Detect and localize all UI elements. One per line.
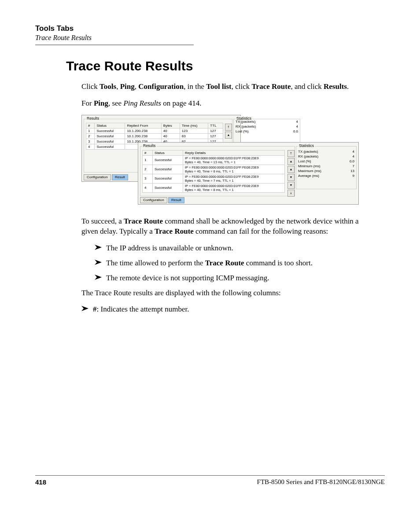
col-num: # — [86, 123, 95, 128]
bullet-text: #: Indicates the attempt number. — [93, 304, 367, 315]
bold-config: Configuration — [138, 82, 184, 91]
text: , see — [108, 99, 123, 107]
text: , — [135, 82, 139, 91]
bold-ping: Ping — [120, 82, 135, 91]
table-row: 1SuccessfulIP = FE80:0000:0000:0000:0203… — [143, 155, 285, 165]
tab-configuration[interactable]: Configuration — [140, 197, 167, 203]
results-group: Results # Status Reply Details 1Successf… — [140, 146, 295, 196]
footer-line: 418 FTB-8500 Series and FTB-8120NGE/8130… — [35, 478, 385, 486]
bullet-text: The IP address is unavailable or unknown… — [106, 243, 367, 253]
svg-marker-3 — [81, 306, 88, 311]
bold-hash: # — [93, 305, 97, 313]
stat-row: Minimum (ms)7 — [296, 164, 356, 169]
table-header-row: # Status Reply Details — [143, 150, 285, 155]
bullet-item: The time allowed to perform the Trace Ro… — [95, 258, 367, 268]
pointer-icon — [95, 275, 102, 280]
pointer-icon — [81, 306, 88, 311]
bold-traceroute: Trace Route — [205, 259, 244, 267]
table-row: 1Successful10.1.200.23840123127 — [86, 128, 223, 133]
paragraph-columns: The Trace Route results are displayed wi… — [81, 288, 367, 298]
group-title: Results — [142, 143, 156, 148]
italic-pingresults: Ping Results — [123, 99, 161, 107]
text: on page 414. — [161, 99, 202, 107]
text: , and click — [291, 82, 324, 91]
scroll-up2-icon[interactable]: ▲ — [287, 166, 295, 173]
scroll-top-icon[interactable]: ⤒ — [287, 150, 295, 157]
bold-traceroute: Trace Route — [155, 227, 194, 235]
svg-marker-2 — [95, 275, 102, 280]
scroll-bottom-icon[interactable]: ⤓ — [287, 190, 295, 197]
pointer-icon — [95, 245, 102, 250]
bold-tools: Tools — [99, 82, 116, 91]
table-header-row: # Status Replied From Bytes Time (ms) TT… — [86, 123, 223, 128]
bullet-text: The time allowed to perform the Trace Ro… — [106, 258, 367, 268]
tab-result[interactable]: Result — [112, 174, 128, 180]
table-row: 3SuccessfulIP = FE80:0000:0000:0000:0203… — [143, 174, 285, 183]
stat-row: RX (packets)4 — [296, 154, 356, 159]
header-rule — [35, 44, 194, 45]
scroll-top-icon[interactable]: ⤒ — [225, 124, 232, 131]
bold-results: Results — [324, 82, 347, 91]
text: , in the — [184, 82, 206, 91]
results-table-ipv6: # Status Reply Details 1SuccessfulIP = F… — [142, 150, 285, 193]
text: Click — [81, 82, 99, 91]
scroll-buttons: ⤒ ▲ ▲ ▼ ▼ ⤓ — [287, 150, 294, 198]
col-ttl: TTL — [208, 123, 223, 128]
section-heading: Trace Route Results — [66, 59, 385, 73]
stats-title: Statistics — [298, 143, 315, 148]
table-row: 4SuccessfulIP = FE80:0000:0000:0000:0203… — [143, 183, 285, 192]
header-title: Tools Tabs — [35, 24, 385, 33]
scroll-buttons: ⤒ ▲ — [225, 124, 231, 139]
product-name: FTB-8500 Series and FTB-8120NGE/8130NGE — [257, 478, 385, 486]
intro-paragraph: Click Tools, Ping, Configuration, in the… — [81, 81, 367, 109]
col-num: # — [143, 150, 153, 155]
bold-traceroute: Trace Route — [252, 82, 291, 91]
bullet-item: #: Indicates the attempt number. — [81, 304, 367, 315]
text: command can fail for the following reaso… — [194, 227, 328, 235]
stats-group: Statistics TX (packets)4 RX (packets)4 L… — [233, 119, 300, 143]
col-replied: Replied From — [125, 123, 161, 128]
scroll-down-icon[interactable]: ▼ — [287, 174, 295, 181]
text: The Trace Route results are displayed wi… — [81, 288, 367, 298]
bullet-text: The remote device is not supporting ICMP… — [106, 273, 367, 283]
screenshot-area: Results # Status Replied From Bytes Time… — [81, 115, 385, 207]
col-bytes: Bytes — [161, 123, 180, 128]
results-panel-ipv6: Results # Status Reply Details 1Successf… — [138, 142, 359, 205]
bold-ping2: Ping — [94, 99, 108, 107]
scroll-up-icon[interactable]: ▲ — [287, 158, 295, 165]
col-reply: Reply Details — [183, 150, 285, 155]
text: , — [116, 82, 120, 91]
scroll-up-icon[interactable]: ▲ — [225, 132, 232, 139]
stat-row: RX (packets)4 — [234, 124, 300, 129]
page-header: Tools Tabs Trace Route Results — [35, 24, 385, 42]
bullet-item: The remote device is not supporting ICMP… — [95, 273, 367, 283]
stat-row: Average (ms)9 — [296, 173, 356, 178]
paragraph-succeed: To succeed, a Trace Route command shall … — [81, 216, 367, 237]
col-status: Status — [95, 123, 125, 128]
col-status: Status — [153, 150, 183, 155]
stat-row: TX (packets)4 — [296, 149, 356, 154]
scroll-down2-icon[interactable]: ▼ — [287, 182, 295, 189]
page: Tools Tabs Trace Route Results Trace Rou… — [0, 0, 420, 510]
bullet-list-reasons: The IP address is unavailable or unknown… — [95, 243, 367, 283]
tab-result[interactable]: Result — [168, 197, 184, 203]
bullet-list-columns: #: Indicates the attempt number. — [81, 304, 367, 315]
page-number: 418 — [35, 478, 46, 486]
header-subtitle: Trace Route Results — [35, 34, 385, 42]
tab-configuration[interactable]: Configuration — [84, 174, 111, 180]
text: For — [81, 99, 94, 107]
stats-group: Statistics TX (packets)4 RX (packets)4 L… — [296, 146, 357, 189]
stat-row: Maximum (ms)13 — [296, 169, 356, 173]
text: . — [347, 82, 349, 91]
page-footer: 418 FTB-8500 Series and FTB-8120NGE/8130… — [35, 472, 385, 486]
bold-traceroute: Trace Route — [124, 217, 163, 225]
col-time: Time (ms) — [180, 123, 208, 128]
stats-title: Statistics — [236, 116, 252, 121]
table-row: 2Successful10.1.200.2384083127 — [86, 133, 223, 139]
footer-rule — [35, 475, 385, 476]
stat-row: Lost (%)0.0 — [296, 159, 356, 164]
stat-row: Lost (%)0.0 — [234, 129, 300, 134]
svg-marker-1 — [95, 260, 102, 265]
bold-toollist: Tool list — [206, 82, 231, 91]
bullet-item: The IP address is unavailable or unknown… — [95, 243, 367, 253]
